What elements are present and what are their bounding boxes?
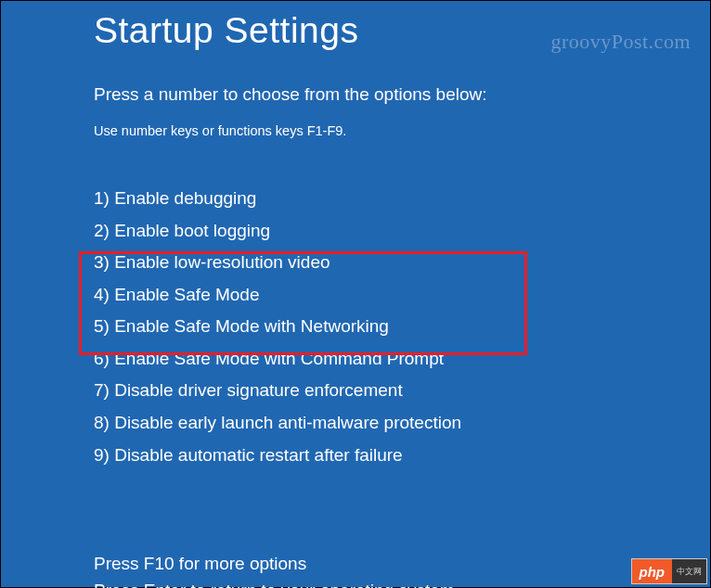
option-4[interactable]: 4) Enable Safe Mode: [94, 279, 617, 312]
subtitle: Press a number to choose from the option…: [94, 84, 617, 105]
footer-more-options: Press F10 for more options: [94, 551, 617, 578]
page-title: Startup Settings: [94, 10, 617, 51]
option-9[interactable]: 9) Disable automatic restart after failu…: [94, 440, 617, 472]
watermark-php-label: php: [632, 559, 673, 583]
option-7[interactable]: 7) Disable driver signature enforcement: [94, 375, 617, 407]
footer-return: Press Enter to return to your operating …: [94, 578, 617, 588]
watermark-phpcn: php 中文网: [631, 558, 708, 584]
option-3[interactable]: 3) Enable low-resolution video: [94, 247, 617, 279]
watermark-cn-label: 中文网: [672, 559, 706, 583]
option-8[interactable]: 8) Disable early launch anti-malware pro…: [94, 407, 617, 440]
option-5[interactable]: 5) Enable Safe Mode with Networking: [94, 311, 617, 343]
option-2[interactable]: 2) Enable boot logging: [94, 215, 617, 248]
option-1[interactable]: 1) Enable debugging: [94, 183, 617, 215]
key-hint: Use number keys or functions keys F1-F9.: [94, 123, 617, 138]
startup-settings-screen: Startup Settings Press a number to choos…: [1, 1, 710, 587]
options-list: 1) Enable debugging 2) Enable boot loggi…: [94, 183, 617, 471]
option-6[interactable]: 6) Enable Safe Mode with Command Prompt: [94, 343, 617, 376]
watermark-groovypost: groovyPost.com: [550, 30, 691, 54]
